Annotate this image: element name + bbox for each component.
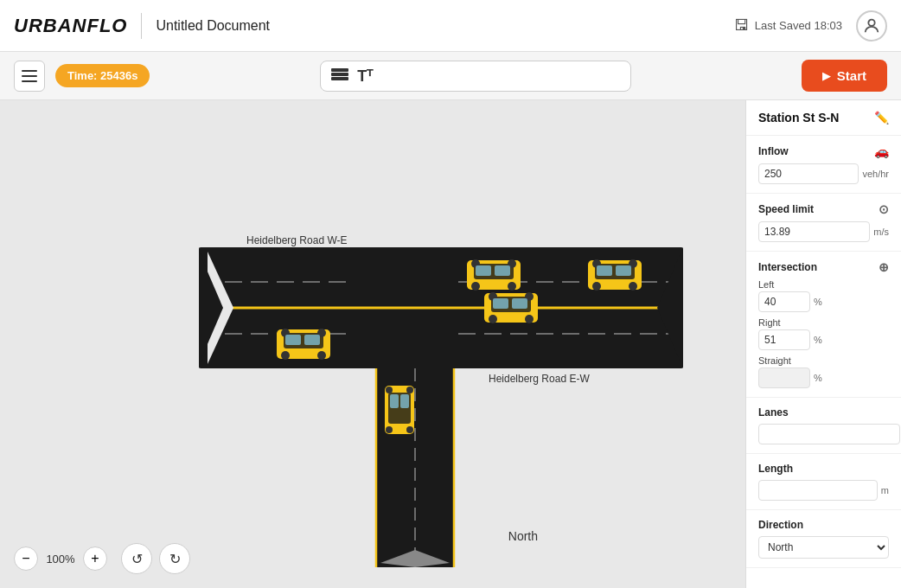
svg-point-48 [281,351,290,360]
straight-field: Straight % [758,355,889,388]
header-divider [141,13,142,39]
toolbar: Time: 25436s Tᵀ Start [0,52,901,100]
panel-header: Station St S-N ✏️ [746,100,901,136]
svg-rect-53 [304,335,320,345]
road-tool-icon[interactable] [331,67,348,85]
svg-rect-6 [331,77,348,80]
speed-title: Speed limit ⊙ [758,202,889,216]
last-saved-text: Last Saved 18:03 [755,19,842,32]
svg-point-25 [508,282,516,291]
svg-point-33 [629,282,637,291]
direction-select[interactable]: North South East West [758,536,889,559]
svg-rect-28 [476,265,491,276]
length-input[interactable] [758,480,878,501]
speed-unit: m/s [873,227,889,237]
svg-rect-4 [331,68,348,72]
svg-point-24 [471,282,480,291]
svg-rect-5 [331,73,348,76]
straight-label: Straight [758,355,889,366]
right-unit: % [814,335,822,345]
panel-title: Station St S-N [758,111,839,125]
straight-unit: % [814,373,822,383]
inflow-section: Inflow 🚗 veh/hr [746,136,901,194]
bottom-controls: − 100% + ↺ ↻ [14,543,190,574]
svg-rect-2 [22,75,37,77]
avatar-button[interactable] [856,10,887,42]
header-right: 🖫 Last Saved 18:03 [734,10,887,42]
inflow-input[interactable] [758,163,859,184]
text-tool-icon[interactable]: Tᵀ [357,67,373,86]
svg-point-40 [489,315,497,323]
menu-button[interactable] [14,61,45,92]
tool-group: Tᵀ [320,61,631,92]
svg-rect-29 [495,265,510,276]
intersection-fields: Left % Right % Straight [758,279,889,388]
svg-rect-45 [512,298,527,309]
length-label: Length [758,463,889,475]
redo-button[interactable]: ↻ [159,543,190,574]
svg-point-41 [525,315,534,323]
svg-rect-3 [22,80,37,82]
left-unit: % [814,297,822,307]
svg-rect-1 [22,70,37,72]
intersection-title: Intersection ⊕ [758,260,889,274]
main: Heidelberg Road W-E Heidelberg Road E-W … [0,100,901,588]
toolbar-center: Tᵀ [160,61,790,92]
svg-point-58 [386,426,393,433]
doc-title: Untitled Document [156,18,270,34]
inflow-title: Inflow 🚗 [758,144,889,158]
speed-section: Speed limit ⊙ m/s [746,194,901,252]
left-input[interactable] [758,291,810,312]
last-saved: 🖫 Last Saved 18:03 [734,16,842,35]
svg-rect-60 [390,394,399,408]
zoom-out-button[interactable]: − [14,546,38,571]
logo: URBANFLO [14,15,127,37]
lanes-label: Lanes [758,406,889,419]
intersection-section: Intersection ⊕ Left % Right % [746,252,901,398]
length-unit: m [881,485,889,495]
right-field: Right % [758,317,889,350]
right-input[interactable] [758,329,810,350]
lanes-input[interactable] [758,424,900,444]
lanes-section: Lanes [746,398,901,454]
time-badge: Time: 25436s [55,64,150,87]
svg-rect-36 [597,265,612,276]
length-section: Length m [746,454,901,510]
svg-point-57 [406,387,413,393]
direction-label: Direction [758,519,889,531]
header: URBANFLO Untitled Document 🖫 Last Saved … [0,0,901,52]
sidebar-panel: Station St S-N ✏️ Inflow 🚗 veh/hr Speed … [745,100,901,588]
road-intersection-svg [199,195,683,567]
canvas[interactable]: Heidelberg Road W-E Heidelberg Road E-W … [0,100,745,588]
undo-button[interactable]: ↺ [121,543,152,574]
svg-rect-61 [400,394,409,408]
right-label: Right [758,317,889,328]
svg-rect-44 [493,298,508,309]
inflow-unit: veh/hr [862,169,889,179]
svg-point-32 [592,282,601,291]
direction-section: Direction North South East West [746,510,901,568]
save-icon: 🖫 [734,16,750,35]
svg-point-0 [868,19,874,25]
svg-point-56 [386,387,393,393]
edit-button[interactable]: ✏️ [874,111,889,125]
left-label: Left [758,279,889,290]
left-field: Left % [758,279,889,312]
svg-rect-52 [285,335,301,345]
speed-input[interactable] [758,221,870,242]
svg-rect-37 [616,265,631,276]
intersection-icon: ⊕ [879,260,889,274]
svg-point-59 [406,426,413,433]
zoom-level: 100% [45,553,76,566]
start-button[interactable]: Start [802,60,887,92]
north-label: North [508,529,538,543]
svg-point-49 [317,351,326,360]
speed-icon: ⊙ [879,202,889,216]
inflow-icon: 🚗 [874,144,889,158]
zoom-in-button[interactable]: + [83,546,107,571]
straight-input[interactable] [758,368,810,388]
